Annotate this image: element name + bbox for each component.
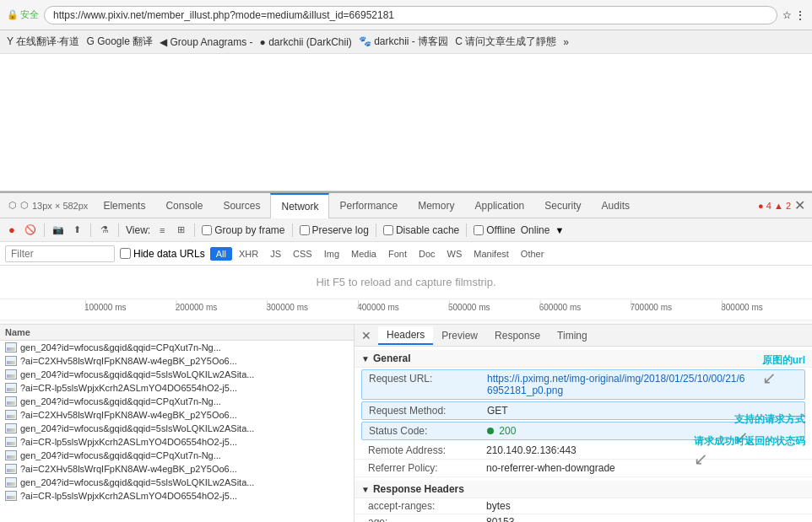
filter-media-button[interactable]: Media [346,247,382,261]
status-dot [487,428,494,434]
list-item[interactable]: gen_204?id=wfocus&gqid&qqid=CPqXut7n-Ng.… [0,449,354,462]
clear-button[interactable]: 🚫 [24,223,37,237]
security-icon: 🔒 安全 [7,8,39,21]
import-har-button[interactable]: ⬆ [70,223,84,237]
devtools-size: ⬡ ⬡ 13px × 582px [3,200,93,211]
list-item[interactable]: gen_204?id=wfocus&gqid&qqid=5slsWoLQKILw… [0,422,354,435]
filter-button[interactable]: ⚗ [98,223,111,237]
throttle-dropdown[interactable]: ▼ [555,225,564,235]
tick-6: 600000 ms [539,303,631,312]
list-item[interactable]: ?ai=C2XHv58lsWrqIFpKN8AW-w4egBK_p2Y5Oo6.… [0,462,354,476]
capture-screenshot-button[interactable]: 📷 [51,223,65,237]
offline-label: Offline [486,224,515,236]
group-by-frame-label: Group by frame [214,224,284,236]
age-label: age: [368,516,486,522]
tab-console[interactable]: Console [155,193,213,218]
list-item[interactable]: ?ai=C2XHv58lsWrqIFpKN8AW-w4egBK_p2Y5Oo6.… [0,408,354,422]
file-name: ?ai=CR-lp5slsWpjxKcrh2ASLmYO4DO6554hO2-j… [20,383,237,393]
details-tab-timing[interactable]: Timing [549,327,596,344]
tab-sources[interactable]: Sources [213,193,270,218]
url-bar[interactable]: https://www.pixiv.net/member_illust.php?… [44,6,777,24]
filter-ws-button[interactable]: WS [442,247,468,261]
separator-1 [44,223,45,237]
offline-checkbox[interactable]: Offline [474,224,515,236]
file-name: gen_204?id=wfocus&gqid&qqid=5slsWoLQKILw… [20,423,254,433]
list-item[interactable]: ?ai=CR-lp5slsWpjxKcrh2ASLmYO4DO6554hO2-j… [0,381,354,395]
more-bookmarks[interactable]: » [563,36,569,48]
status-code-row: Status Code: 200 [361,422,805,440]
filter-css-button[interactable]: CSS [288,247,317,261]
list-view-button[interactable]: ≡ [155,223,169,237]
bookmark-item-3[interactable]: ◀ Group Anagrams - [160,36,252,48]
tab-memory[interactable]: Memory [408,193,464,218]
tab-application[interactable]: Application [465,193,535,218]
filter-all-button[interactable]: All [210,247,232,261]
record-button[interactable]: ● [5,223,19,237]
security-label: 安全 [20,8,39,21]
bookmark-icon[interactable]: ☆ [782,9,792,21]
tab-network[interactable]: Network [270,193,329,218]
filter-js-button[interactable]: JS [265,247,286,261]
bookmark-item-4[interactable]: ● darkchii (DarkChii) [260,36,352,48]
file-icon [5,383,17,393]
group-by-frame-checkbox[interactable]: Group by frame [202,224,284,236]
tick-2: 200000 ms [176,303,267,312]
accept-ranges-label: accept-ranges: [368,500,486,512]
list-item[interactable]: ?ai=CR-lp5slsWpjxKcrh2ASLmYO4DO6554hO2-j… [0,489,354,503]
separator-5 [292,223,293,237]
filter-manifest-button[interactable]: Manifest [468,247,514,261]
age-value: 80153 [486,516,798,522]
age-row: age: 80153 [355,514,812,522]
bookmark-item-6[interactable]: C 请问文章生成了靜態 [455,35,556,49]
network-toolbar: ● 🚫 📷 ⬆ ⚗ View: ≡ ⊞ Group by frame Prese… [0,218,812,242]
filter-other-button[interactable]: Other [516,247,549,261]
browser-actions: ☆ ⋮ [782,9,805,21]
bookmarks-bar: Y 在线翻译·有道 G Google 翻译 ◀ Group Anagrams -… [0,30,812,54]
filter-xhr-button[interactable]: XHR [234,247,263,261]
list-item[interactable]: gen_204?id=wfocus&gqid&qqid=CPqXut7n-Ng.… [0,341,354,354]
tab-security[interactable]: Security [534,193,591,218]
file-name: gen_204?id=wfocus&gqid&qqid=5slsWoLQKILw… [20,369,254,379]
more-icon[interactable]: ⋮ [795,9,805,21]
details-tab-preview[interactable]: Preview [433,327,486,344]
details-tab-response[interactable]: Response [486,327,549,344]
address-bar: 🔒 安全 https://www.pixiv.net/member_illust… [0,0,812,30]
list-item[interactable]: ?ai=CR-lp5slsWpjxKcrh2ASLmYO4DO6554hO2-j… [0,435,354,449]
details-tab-headers[interactable]: Headers [378,326,433,345]
request-url-value: https://i.pximg.net/img-original/img/201… [487,373,798,396]
devtools-panel: ⬡ ⬡ 13px × 582px Elements Console Source… [0,191,812,522]
bookmark-item-1[interactable]: Y 在线翻译·有道 [7,35,79,49]
general-section-header[interactable]: ▼ General [355,350,812,368]
close-details-icon[interactable]: ✕ [355,326,378,345]
preserve-log-checkbox[interactable]: Preserve log [300,224,369,236]
filter-input[interactable] [5,245,115,262]
bookmark-item-2[interactable]: G Google 翻译 [86,35,153,49]
large-rows-button[interactable]: ⊞ [174,223,187,237]
tab-audits[interactable]: Audits [592,193,640,218]
tab-elements[interactable]: Elements [93,193,155,218]
hide-data-urls-label: Hide data URLs [133,248,205,260]
list-item[interactable]: ?ai=C2XHv58lsWrqIFpKN8AW-w4egBK_p2Y5Oo6.… [0,354,354,368]
file-list-items[interactable]: gen_204?id=wfocus&gqid&qqid=CPqXut7n-Ng.… [0,341,354,522]
filter-doc-button[interactable]: Doc [414,247,441,261]
filter-font-button[interactable]: Font [383,247,412,261]
request-url-label: Request URL: [369,373,487,396]
disable-cache-checkbox[interactable]: Disable cache [383,224,459,236]
general-section-label: General [373,352,411,364]
file-icon [5,423,17,433]
close-devtools-icon[interactable]: ✕ [794,197,805,213]
filter-img-button[interactable]: Img [319,247,344,261]
name-column-header: Name [5,327,30,337]
filter-bar: Hide data URLs All XHR JS CSS Img Media … [0,242,812,266]
list-item[interactable]: gen_204?id=wfocus&gqid&qqid=CPqXut7n-Ng.… [0,395,354,408]
response-headers-section-label: Response Headers [373,483,464,495]
response-headers-section-header[interactable]: ▼ Response Headers [355,481,812,498]
list-item[interactable]: gen_204?id=wfocus&gqid&qqid=5slsWoLQKILw… [0,368,354,381]
preserve-log-label: Preserve log [312,224,369,236]
bookmark-item-5[interactable]: 🐾 darkchii - 博客园 [359,35,448,49]
timeline: Hit F5 to reload and capture filmstrip. … [0,266,812,325]
list-item[interactable]: gen_204?id=wfocus&gqid&qqid=5slsWoLQKILw… [0,476,354,489]
separator-2 [90,223,91,237]
hide-data-urls-checkbox[interactable]: Hide data URLs [120,248,205,260]
tab-performance[interactable]: Performance [329,193,408,218]
